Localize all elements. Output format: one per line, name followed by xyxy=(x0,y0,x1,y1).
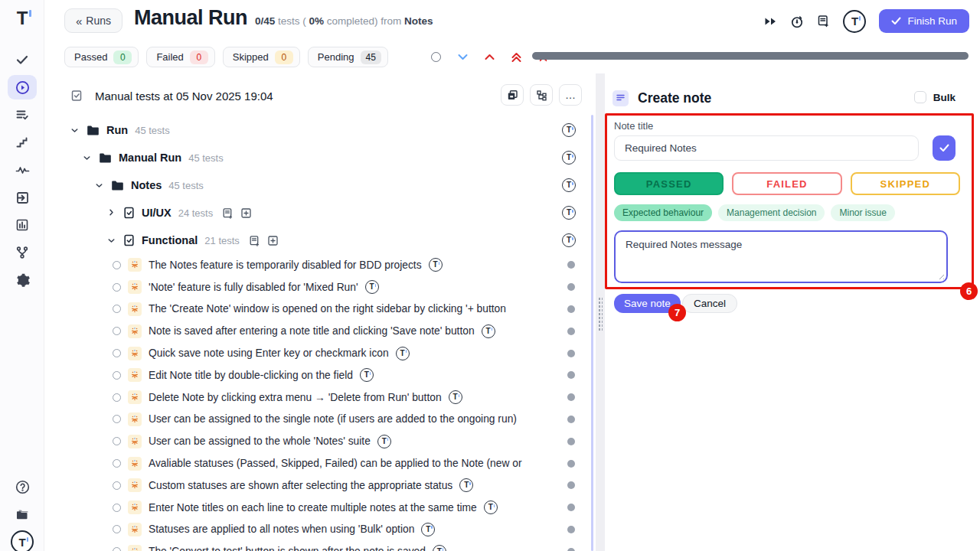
timer-icon[interactable] xyxy=(790,15,804,28)
note-tag[interactable]: Management decision xyxy=(718,204,825,221)
test-state-dot[interactable] xyxy=(567,393,575,401)
chevron-icon[interactable] xyxy=(106,235,116,246)
test-owner-logo-icon[interactable]: T xyxy=(360,368,374,382)
suite-owner-logo-icon[interactable]: T xyxy=(562,233,576,247)
panel-splitter[interactable] xyxy=(596,73,605,551)
status-button[interactable]: FAILED xyxy=(732,172,841,195)
chevrons-up-red-icon[interactable] xyxy=(511,52,521,63)
tree-view-button[interactable] xyxy=(530,84,553,106)
chevron-icon[interactable] xyxy=(93,180,104,191)
filter-chip[interactable]: Passed 0 xyxy=(64,47,139,67)
test-status-radio[interactable] xyxy=(113,481,121,490)
test-state-dot[interactable] xyxy=(567,283,575,291)
test-owner-logo-icon[interactable]: T xyxy=(377,435,391,448)
test-owner-logo-icon[interactable]: T xyxy=(429,258,443,272)
circle-outline-icon[interactable] xyxy=(431,52,441,62)
test-state-dot[interactable] xyxy=(567,328,575,335)
suite-row[interactable]: Manual Run 45 tests T xyxy=(44,144,596,171)
filter-chip[interactable]: Failed 0 xyxy=(146,47,214,67)
sidebar-item-help[interactable] xyxy=(0,473,44,500)
test-status-radio[interactable] xyxy=(113,525,121,533)
sidebar-item-branches[interactable] xyxy=(0,239,44,266)
sidebar-item-steps[interactable] xyxy=(0,129,44,156)
test-state-dot[interactable] xyxy=(567,548,575,551)
test-row[interactable]: User can be assigned to the whole 'Notes… xyxy=(44,430,596,452)
fast-forward-icon[interactable] xyxy=(764,16,777,27)
test-row[interactable]: The 'Convert to test' button is shown af… xyxy=(44,540,596,551)
test-row[interactable]: Statuses are applied to all notes when u… xyxy=(44,519,596,541)
test-status-radio[interactable] xyxy=(113,327,121,335)
test-state-dot[interactable] xyxy=(567,350,575,357)
test-status-radio[interactable] xyxy=(113,547,121,551)
sidebar-item-check[interactable] xyxy=(0,46,44,73)
sidebar-item-account[interactable]: T xyxy=(0,528,44,551)
status-button[interactable]: SKIPPED xyxy=(851,172,960,195)
back-to-runs-button[interactable]: « Runs xyxy=(64,8,122,33)
bulk-toggle[interactable]: Bulk xyxy=(914,91,956,103)
test-status-radio[interactable] xyxy=(113,459,121,468)
chevron-icon[interactable] xyxy=(106,207,116,218)
splitter-grip-icon[interactable] xyxy=(598,297,603,332)
sidebar-item-projects[interactable] xyxy=(0,500,44,528)
filter-chip[interactable]: Skipped 0 xyxy=(223,47,300,67)
test-status-radio[interactable] xyxy=(113,371,121,380)
suite-row[interactable]: Run 45 tests T xyxy=(44,116,596,144)
chevron-icon[interactable] xyxy=(69,125,80,135)
test-owner-logo-icon[interactable]: T xyxy=(421,523,435,536)
finish-run-button[interactable]: Finish Run xyxy=(879,9,969,33)
test-owner-logo-icon[interactable]: T xyxy=(459,478,473,492)
sidebar-item-list[interactable] xyxy=(0,101,44,129)
note-add-icon[interactable] xyxy=(817,15,830,28)
test-row[interactable]: Custom statuses are shown after selectin… xyxy=(44,474,596,497)
sidebar-item-import[interactable] xyxy=(0,184,44,211)
add-note-icon[interactable] xyxy=(249,235,260,246)
quick-save-button[interactable] xyxy=(933,135,956,161)
test-owner-logo-icon[interactable]: T xyxy=(396,347,410,360)
sidebar-item-settings[interactable] xyxy=(0,266,44,294)
test-status-radio[interactable] xyxy=(113,415,121,423)
test-status-radio[interactable] xyxy=(113,393,121,402)
test-row[interactable]: Quick save note using Enter key or check… xyxy=(44,342,596,364)
test-row[interactable]: Delete Note by clicking extra menu → 'De… xyxy=(44,386,596,409)
test-row[interactable]: Note is saved after entering a note titl… xyxy=(44,320,596,342)
test-status-radio[interactable] xyxy=(113,504,121,512)
note-tag[interactable]: Minor issue xyxy=(831,204,894,221)
test-row[interactable]: The 'Create Note' window is opened on th… xyxy=(44,298,596,321)
test-row[interactable]: 'Note' feature is fully disabled for 'Mi… xyxy=(44,276,596,298)
test-status-radio[interactable] xyxy=(113,437,121,445)
test-state-dot[interactable] xyxy=(567,416,575,423)
note-message-textarea[interactable]: Required Notes message xyxy=(614,230,948,283)
tree-scrollbar[interactable] xyxy=(591,115,593,551)
suite-row[interactable]: UI/UX 24 tests T xyxy=(44,199,596,227)
sidebar-item-analytics[interactable] xyxy=(0,211,44,239)
suite-owner-logo-icon[interactable]: T xyxy=(562,123,576,137)
bulk-checkbox[interactable] xyxy=(914,91,926,103)
test-status-radio[interactable] xyxy=(113,305,121,313)
test-row[interactable]: Edit Note title by double-clicking on th… xyxy=(44,364,596,386)
cancel-button[interactable]: Cancel xyxy=(682,294,737,313)
test-owner-logo-icon[interactable]: T xyxy=(484,500,498,514)
chevron-up-red-icon[interactable] xyxy=(485,54,495,60)
test-row[interactable]: User can be assigned to the single note … xyxy=(44,409,596,431)
test-row[interactable]: The Notes feature is temporarily disable… xyxy=(44,254,596,276)
test-status-radio[interactable] xyxy=(113,283,121,292)
test-owner-logo-icon[interactable]: T xyxy=(433,545,446,551)
suite-owner-logo-icon[interactable]: T xyxy=(562,178,576,192)
test-owner-logo-icon[interactable]: T xyxy=(449,390,462,404)
test-status-radio[interactable] xyxy=(113,349,121,357)
test-status-radio[interactable] xyxy=(113,261,121,269)
test-state-dot[interactable] xyxy=(567,460,575,468)
suite-owner-logo-icon[interactable]: T xyxy=(562,206,576,220)
test-state-dot[interactable] xyxy=(567,481,575,489)
test-state-dot[interactable] xyxy=(567,371,575,379)
chevron-down-blue-icon[interactable] xyxy=(458,54,468,60)
brand-logo-icon[interactable]: T xyxy=(0,6,44,31)
note-title-input[interactable] xyxy=(614,135,919,161)
test-owner-logo-icon[interactable]: T xyxy=(482,324,495,338)
more-options-button[interactable]: … xyxy=(559,84,582,106)
add-test-icon[interactable] xyxy=(267,235,279,246)
sidebar-item-activity[interactable] xyxy=(0,156,44,184)
filter-chip[interactable]: Pending 45 xyxy=(308,47,388,67)
suite-owner-logo-icon[interactable]: T xyxy=(562,151,576,165)
test-state-dot[interactable] xyxy=(567,438,575,445)
